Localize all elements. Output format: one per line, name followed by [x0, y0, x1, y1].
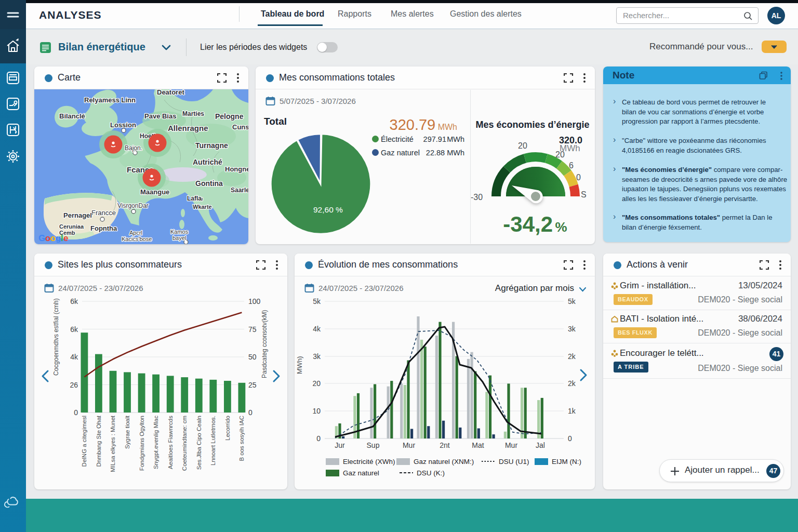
svg-text:DSU (U1): DSU (U1): [499, 458, 529, 466]
svg-text:3k: 3k: [313, 352, 321, 361]
svg-text:Lossion: Lossion: [110, 121, 136, 129]
svg-text:DelNG a citegimesl: DelNG a citegimesl: [81, 416, 87, 467]
svg-text:o: o: [45, 233, 50, 243]
svg-text:Marties: Marties: [182, 110, 204, 117]
svg-text:Coeteumindtane: cm: Coeteumindtane: cm: [181, 416, 188, 471]
svg-text:Lecorrido: Lecorrido: [224, 416, 231, 441]
svg-text:5k: 5k: [568, 297, 576, 305]
svg-text:Electricité (XWh): Electricité (XWh): [343, 458, 395, 466]
svg-text:Gaz naturel: Gaz naturel: [343, 469, 379, 477]
svg-text:Apcrl: Apcrl: [129, 230, 142, 236]
svg-text:25: 25: [248, 381, 257, 389]
svg-text:Bilanclé: Bilanclé: [59, 112, 85, 120]
svg-text:10: 10: [312, 407, 321, 415]
svg-text:Ceruniaa: Ceruniaa: [59, 223, 84, 230]
svg-text:Kacics′bose: Kacics′bose: [122, 236, 152, 242]
svg-text:100: 100: [248, 297, 261, 305]
svg-text:Pelogne: Pelogne: [215, 112, 244, 121]
svg-text:5k: 5k: [313, 297, 321, 305]
svg-text:Allenragne: Allenragne: [168, 124, 208, 132]
svg-text:Pave Bias: Pave Bias: [144, 112, 176, 120]
svg-text:Saarle: Saarle: [231, 187, 248, 194]
svg-text:G: G: [38, 233, 45, 243]
svg-text:75: 75: [248, 325, 257, 334]
svg-text:Aeaitloes Fiawnrcds: Aeaitloes Fiawnrcds: [167, 416, 174, 469]
svg-text:0: 0: [248, 408, 252, 417]
svg-text:VisrgonDar: VisrgonDar: [117, 202, 149, 209]
svg-text:MWh): MWh): [296, 356, 303, 374]
svg-text:6k: 6k: [70, 325, 78, 334]
svg-text:Autriché: Autriché: [193, 158, 222, 166]
svg-text:Fondgmians Ogylton: Fondgmians Ogylton: [139, 416, 145, 471]
svg-text:Pernagel: Pernagel: [63, 211, 92, 219]
svg-text:Mur: Mur: [403, 441, 415, 449]
svg-text:o: o: [50, 233, 56, 243]
svg-text:Kamos: Kamos: [170, 229, 189, 235]
svg-text:EIJM (N:): EIJM (N:): [552, 458, 581, 466]
svg-text:Gaz naturel (XNM:): Gaz naturel (XNM:): [414, 458, 474, 466]
svg-text:DSU (K:): DSU (K:): [417, 469, 445, 477]
svg-text:26: 26: [70, 381, 78, 389]
svg-text:bayel: bayel: [172, 235, 186, 241]
svg-text:3k: 3k: [568, 325, 576, 333]
svg-text:Jur: Jur: [335, 441, 345, 449]
svg-text:Wkarte: Wkarte: [193, 204, 212, 210]
svg-text:0: 0: [74, 408, 78, 417]
svg-text:92,60 %: 92,60 %: [313, 205, 343, 214]
svg-text:2k: 2k: [568, 352, 576, 361]
svg-text:Jal: Jal: [536, 441, 545, 449]
svg-text:20: 20: [312, 379, 321, 388]
svg-text:Deatoret: Deatoret: [157, 89, 184, 96]
svg-text:1k: 1k: [568, 407, 576, 415]
svg-text:Mur: Mur: [505, 441, 517, 449]
svg-text:Maangue: Maangue: [140, 188, 169, 196]
svg-text:Cunsie: Cunsie: [232, 123, 248, 131]
svg-text:0: 0: [316, 434, 321, 443]
svg-text:Ses.Jlba Cipo Cealn: Ses.Jlba Cipo Cealn: [196, 416, 202, 470]
svg-text:Turnagne: Turnagne: [195, 141, 228, 150]
svg-text:50: 50: [248, 353, 257, 361]
svg-text:g: g: [56, 233, 61, 243]
svg-text:0: 0: [568, 434, 572, 443]
svg-text:Snygpt.evenlig Mlac: Snygpt.evenlig Mlac: [153, 416, 159, 469]
svg-text:4k: 4k: [70, 353, 78, 361]
svg-text:4k: 4k: [313, 325, 321, 333]
svg-text:Sup: Sup: [367, 441, 380, 449]
svg-text:Lnnoart Lutletrnos.: Lnnoart Lutletrnos.: [210, 416, 216, 466]
svg-text:e: e: [63, 233, 68, 243]
svg-text:Gontina: Gontina: [195, 179, 223, 188]
svg-text:6k: 6k: [70, 297, 78, 305]
svg-text:Dnmbang Ste Ohat: Dnmbang Ste Ohat: [96, 415, 102, 467]
svg-text:B oos sosyih IAC: B oos sosyih IAC: [238, 416, 245, 461]
svg-text:Pasdcateg cconsotv(kM): Pasdcateg cconsotv(kM): [261, 310, 268, 378]
svg-text:2k: 2k: [568, 379, 576, 388]
svg-text:Francce: Francce: [91, 209, 116, 217]
svg-text:MILsa elkyes : Munet: MILsa elkyes : Munet: [110, 415, 116, 472]
svg-text:Sygrae tioalt: Sygrae tioalt: [124, 415, 130, 449]
svg-text:Relyamess Linn: Relyamess Linn: [84, 96, 136, 104]
svg-text:Laflaₗ: Laflaₗ: [187, 195, 203, 202]
svg-text:Fopntha: Fopntha: [90, 224, 117, 232]
svg-text:Mat: Mat: [472, 441, 484, 449]
svg-text:2nt: 2nt: [440, 441, 450, 449]
svg-text:Hongne: Hongne: [225, 165, 248, 173]
svg-text:Bajon.: Bajon.: [125, 144, 142, 152]
svg-text:Cocgoenmdtvs estfial (cmh): Cocgoenmdtvs estfial (cmh): [52, 298, 60, 376]
